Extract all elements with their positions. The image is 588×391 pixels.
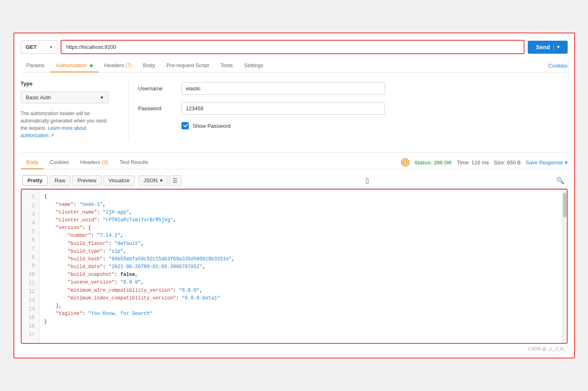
raw-button[interactable]: Raw xyxy=(49,175,70,186)
line-num-7: 7 xyxy=(22,245,39,253)
method-select[interactable]: GET ▾ xyxy=(21,40,57,54)
username-label: Username xyxy=(138,85,175,92)
line-num-1: 1 xyxy=(22,193,39,201)
tab-body[interactable]: Body xyxy=(137,59,161,72)
save-response-chevron: ▾ xyxy=(565,159,568,166)
line-num-17: 17 xyxy=(22,331,39,339)
password-row: Password xyxy=(138,102,568,115)
headers-count: (7) xyxy=(126,63,132,68)
response-tabs-row: Body Cookies Headers (3) Test Results xyxy=(21,156,568,169)
json-chevron: ▾ xyxy=(160,177,163,183)
username-input[interactable] xyxy=(181,82,385,95)
auth-divider xyxy=(128,81,129,139)
tab-tests[interactable]: Tests xyxy=(215,59,238,72)
scrollbar-area[interactable] xyxy=(562,190,567,343)
line-num-3: 3 xyxy=(22,210,39,219)
code-line-12: "lucene_version": "8.9.0", xyxy=(44,279,557,286)
response-tab-cookies[interactable]: Cookies xyxy=(44,156,74,169)
auth-panel: Type Basic Auth ▾ The authorization head… xyxy=(21,72,568,146)
method-label: GET xyxy=(26,44,37,50)
line-num-16: 16 xyxy=(22,322,39,331)
response-tab-test-results[interactable]: Test Results xyxy=(114,156,154,169)
tab-headers[interactable]: Headers (7) xyxy=(98,59,137,72)
visualize-button[interactable]: Visualize xyxy=(103,175,135,186)
filter-icon: ☰ xyxy=(173,177,178,184)
json-label: JSON xyxy=(143,177,157,183)
copy-button[interactable]: ▯ xyxy=(362,175,372,186)
preview-button[interactable]: Preview xyxy=(72,175,101,186)
code-container: 1 2 3 4 5 6 7 8 9 10 11 12 13 14 15 16 1… xyxy=(21,189,568,343)
auth-right: Username Password Show Password xyxy=(138,81,568,139)
line-num-4: 4 xyxy=(22,219,39,227)
globe-icon xyxy=(401,158,409,166)
password-label: Password xyxy=(138,105,175,111)
auth-description: The authorization header will be automat… xyxy=(21,110,109,139)
code-line-2: "name": "node-1", xyxy=(44,201,557,209)
show-password-checkbox[interactable] xyxy=(181,122,189,129)
line-numbers: 1 2 3 4 5 6 7 8 9 10 11 12 13 14 15 16 1… xyxy=(22,190,39,343)
response-tab-headers[interactable]: Headers (3) xyxy=(74,156,114,169)
response-size: Size: 650 B xyxy=(494,159,521,166)
send-chevron: ▾ xyxy=(557,44,560,50)
line-num-12: 12 xyxy=(22,288,39,296)
code-line-8: "build_type": "zip", xyxy=(44,248,557,256)
show-password-label: Show Password xyxy=(193,123,231,129)
username-row: Username xyxy=(138,82,568,95)
tab-authorization[interactable]: Authorization xyxy=(50,59,98,72)
response-section: Body Cookies Headers (3) Test Results xyxy=(21,152,568,343)
type-dropdown[interactable]: Basic Auth ▾ xyxy=(21,92,109,103)
headers-response-count: (3) xyxy=(102,159,108,165)
search-button[interactable]: 🔍 xyxy=(553,175,568,186)
response-time: Time: 116 ms xyxy=(457,159,489,166)
type-value: Basic Auth xyxy=(26,94,51,100)
main-container: GET ▾ Send ▾ Params Authorization Header… xyxy=(13,33,575,358)
search-icon: 🔍 xyxy=(556,177,564,184)
line-num-11: 11 xyxy=(22,279,39,288)
line-num-6: 6 xyxy=(22,236,39,245)
code-line-13: "minimum_wire_compatibility_version": "6… xyxy=(44,287,557,295)
code-line-9: "build_hash": "66b55ebfa59c92c15db3f69a3… xyxy=(44,256,557,263)
code-line-1: { xyxy=(44,193,557,201)
response-status: Status: 200 OK xyxy=(414,159,452,166)
line-num-5: 5 xyxy=(22,227,39,236)
line-num-13: 13 xyxy=(22,297,39,305)
copy-icon: ▯ xyxy=(365,177,369,184)
tab-pre-request-script[interactable]: Pre-request Script xyxy=(161,59,215,72)
password-input[interactable] xyxy=(181,102,385,115)
pretty-button[interactable]: Pretty xyxy=(22,175,48,186)
url-bar: GET ▾ Send ▾ xyxy=(21,40,568,54)
line-num-8: 8 xyxy=(22,253,39,262)
auth-left: Type Basic Auth ▾ The authorization head… xyxy=(21,81,118,139)
code-line-15: }, xyxy=(44,302,557,310)
tab-params[interactable]: Params xyxy=(21,59,50,72)
request-tabs: Params Authorization Headers (7) Body Pr… xyxy=(21,59,568,72)
line-num-14: 14 xyxy=(22,305,39,314)
method-chevron: ▾ xyxy=(50,45,52,49)
code-line-14: "minimum_index_compatibility_version": "… xyxy=(44,295,557,302)
send-button[interactable]: Send ▾ xyxy=(528,41,567,54)
line-num-10: 10 xyxy=(22,271,39,279)
line-num-2: 2 xyxy=(22,202,39,210)
url-input[interactable] xyxy=(61,40,525,54)
code-line-7: "build_flavor": "default", xyxy=(44,240,557,248)
code-line-11: "build_snapshot": false, xyxy=(44,271,557,279)
type-chevron: ▾ xyxy=(101,94,103,100)
response-meta: Status: 200 OK Time: 116 ms Size: 650 B … xyxy=(401,157,567,168)
watermark: CSDN @ _L_J_H_ xyxy=(21,346,568,351)
line-num-9: 9 xyxy=(22,262,39,271)
json-type-button[interactable]: JSON ▾ xyxy=(139,175,167,186)
save-response-button[interactable]: Save Response ▾ xyxy=(526,159,568,166)
code-line-10: "build_date": "2021-08-26T09:01:05.39087… xyxy=(44,263,557,271)
line-num-15: 15 xyxy=(22,314,39,322)
code-content: { "name": "node-1", "cluster_name": "ljh… xyxy=(39,190,562,343)
send-divider xyxy=(553,44,554,50)
response-tab-body[interactable]: Body xyxy=(21,156,44,169)
authorization-active-badge xyxy=(90,64,93,67)
filter-button[interactable]: ☰ xyxy=(169,175,181,186)
code-line-4: "cluster_uuid": "rPTN1aPcTsmlYxrBrR5jVg"… xyxy=(44,216,557,224)
tab-settings[interactable]: Settings xyxy=(238,59,269,72)
code-line-6: "number": "7.14.1", xyxy=(44,232,557,240)
cookies-link[interactable]: Cookies xyxy=(549,59,568,72)
code-line-3: "cluster_name": "ljh-app", xyxy=(44,209,557,216)
type-label: Type xyxy=(21,81,109,87)
